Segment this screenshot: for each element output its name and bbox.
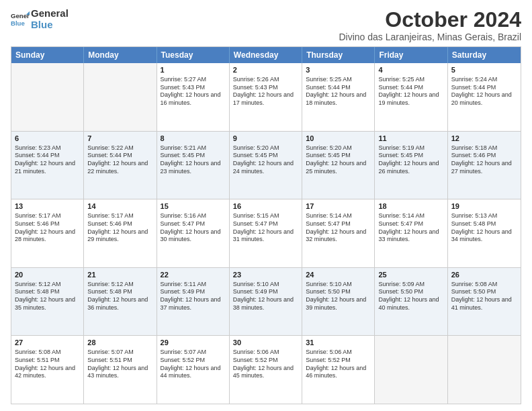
calendar-cell [11, 63, 84, 131]
month-title: October 2024 [339, 8, 521, 32]
day-number: 18 [378, 201, 443, 212]
calendar-week-1: 1Sunrise: 5:27 AM Sunset: 5:43 PM Daylig… [11, 63, 521, 131]
day-number: 9 [233, 134, 298, 144]
calendar-body: 1Sunrise: 5:27 AM Sunset: 5:43 PM Daylig… [11, 63, 521, 404]
day-info: Sunrise: 5:11 AM Sunset: 5:49 PM Dayligh… [161, 281, 226, 312]
day-number: 5 [451, 65, 517, 75]
calendar-cell: 10Sunrise: 5:20 AM Sunset: 5:45 PM Dayli… [302, 132, 375, 199]
calendar: SundayMondayTuesdayWednesdayThursdayFrid… [11, 46, 521, 404]
calendar-cell: 21Sunrise: 5:12 AM Sunset: 5:48 PM Dayli… [84, 268, 157, 336]
calendar-cell: 31Sunrise: 5:06 AM Sunset: 5:52 PM Dayli… [302, 336, 375, 404]
calendar-cell: 28Sunrise: 5:07 AM Sunset: 5:51 PM Dayli… [84, 336, 157, 404]
day-info: Sunrise: 5:17 AM Sunset: 5:46 PM Dayligh… [15, 212, 80, 244]
header-cell-wednesday: Wednesday [230, 47, 302, 63]
calendar-cell: 1Sunrise: 5:27 AM Sunset: 5:43 PM Daylig… [157, 63, 230, 131]
day-number: 21 [87, 270, 152, 280]
calendar-cell: 14Sunrise: 5:17 AM Sunset: 5:46 PM Dayli… [84, 199, 157, 267]
calendar-cell [375, 336, 447, 404]
header-cell-sunday: Sunday [11, 47, 84, 63]
calendar-cell: 24Sunrise: 5:10 AM Sunset: 5:50 PM Dayli… [302, 268, 375, 336]
day-number: 1 [161, 65, 226, 75]
day-number: 3 [306, 65, 371, 75]
day-info: Sunrise: 5:20 AM Sunset: 5:45 PM Dayligh… [306, 144, 371, 176]
day-number: 20 [15, 270, 80, 280]
calendar-cell: 30Sunrise: 5:06 AM Sunset: 5:52 PM Dayli… [230, 336, 302, 404]
day-number: 17 [306, 201, 371, 212]
logo-line2: Blue [31, 19, 69, 31]
day-info: Sunrise: 5:27 AM Sunset: 5:43 PM Dayligh… [161, 76, 226, 107]
day-number: 6 [15, 134, 80, 144]
day-info: Sunrise: 5:10 AM Sunset: 5:50 PM Dayligh… [306, 281, 371, 312]
calendar-cell: 7Sunrise: 5:22 AM Sunset: 5:44 PM Daylig… [84, 132, 157, 199]
calendar-cell: 13Sunrise: 5:17 AM Sunset: 5:46 PM Dayli… [11, 199, 84, 267]
header-cell-saturday: Saturday [448, 47, 521, 63]
calendar-cell: 9Sunrise: 5:20 AM Sunset: 5:45 PM Daylig… [230, 132, 302, 199]
header-cell-tuesday: Tuesday [157, 47, 230, 63]
calendar-cell: 19Sunrise: 5:13 AM Sunset: 5:48 PM Dayli… [448, 199, 521, 267]
calendar-cell: 16Sunrise: 5:15 AM Sunset: 5:47 PM Dayli… [230, 199, 302, 267]
calendar-cell: 15Sunrise: 5:16 AM Sunset: 5:47 PM Dayli… [157, 199, 230, 267]
day-info: Sunrise: 5:06 AM Sunset: 5:52 PM Dayligh… [306, 349, 371, 380]
calendar-cell: 22Sunrise: 5:11 AM Sunset: 5:49 PM Dayli… [157, 268, 230, 336]
day-info: Sunrise: 5:24 AM Sunset: 5:44 PM Dayligh… [451, 76, 517, 107]
header-cell-monday: Monday [84, 47, 157, 63]
day-info: Sunrise: 5:14 AM Sunset: 5:47 PM Dayligh… [378, 212, 443, 244]
day-number: 28 [87, 338, 152, 348]
calendar-cell: 29Sunrise: 5:07 AM Sunset: 5:52 PM Dayli… [157, 336, 230, 404]
calendar-cell: 12Sunrise: 5:18 AM Sunset: 5:46 PM Dayli… [448, 132, 521, 199]
calendar-cell: 23Sunrise: 5:10 AM Sunset: 5:49 PM Dayli… [230, 268, 302, 336]
day-info: Sunrise: 5:07 AM Sunset: 5:52 PM Dayligh… [161, 349, 226, 380]
calendar-week-3: 13Sunrise: 5:17 AM Sunset: 5:46 PM Dayli… [11, 199, 521, 267]
day-number: 26 [451, 270, 517, 280]
day-info: Sunrise: 5:16 AM Sunset: 5:47 PM Dayligh… [161, 212, 226, 244]
day-number: 25 [378, 270, 443, 280]
day-number: 16 [233, 201, 298, 212]
header: General Blue General Blue October 2024 D… [11, 8, 521, 42]
calendar-week-5: 27Sunrise: 5:08 AM Sunset: 5:51 PM Dayli… [11, 335, 521, 404]
day-number: 15 [161, 201, 226, 212]
day-info: Sunrise: 5:25 AM Sunset: 5:44 PM Dayligh… [306, 76, 371, 107]
calendar-week-4: 20Sunrise: 5:12 AM Sunset: 5:48 PM Dayli… [11, 267, 521, 336]
day-info: Sunrise: 5:19 AM Sunset: 5:45 PM Dayligh… [378, 144, 443, 176]
calendar-cell: 17Sunrise: 5:14 AM Sunset: 5:47 PM Dayli… [302, 199, 375, 267]
day-info: Sunrise: 5:23 AM Sunset: 5:44 PM Dayligh… [15, 144, 80, 176]
logo-line1: General [31, 8, 69, 19]
calendar-cell: 2Sunrise: 5:26 AM Sunset: 5:43 PM Daylig… [230, 63, 302, 131]
day-number: 29 [161, 338, 226, 348]
day-info: Sunrise: 5:17 AM Sunset: 5:46 PM Dayligh… [87, 212, 152, 244]
day-number: 7 [87, 134, 152, 144]
logo: General Blue General Blue [11, 8, 69, 30]
day-number: 22 [161, 270, 226, 280]
header-cell-thursday: Thursday [302, 47, 375, 63]
day-number: 12 [451, 134, 517, 144]
calendar-header: SundayMondayTuesdayWednesdayThursdayFrid… [11, 47, 521, 63]
day-number: 2 [233, 65, 298, 75]
calendar-cell: 3Sunrise: 5:25 AM Sunset: 5:44 PM Daylig… [302, 63, 375, 131]
day-number: 4 [378, 65, 443, 75]
day-info: Sunrise: 5:07 AM Sunset: 5:51 PM Dayligh… [87, 349, 152, 380]
page: General Blue General Blue October 2024 D… [0, 0, 532, 411]
day-info: Sunrise: 5:12 AM Sunset: 5:48 PM Dayligh… [87, 281, 152, 312]
calendar-cell: 26Sunrise: 5:08 AM Sunset: 5:50 PM Dayli… [448, 268, 521, 336]
day-info: Sunrise: 5:08 AM Sunset: 5:51 PM Dayligh… [15, 349, 80, 380]
day-info: Sunrise: 5:20 AM Sunset: 5:45 PM Dayligh… [233, 144, 298, 176]
day-info: Sunrise: 5:06 AM Sunset: 5:52 PM Dayligh… [233, 349, 298, 380]
day-info: Sunrise: 5:14 AM Sunset: 5:47 PM Dayligh… [306, 212, 371, 244]
day-number: 11 [378, 134, 443, 144]
day-number: 24 [306, 270, 371, 280]
calendar-cell: 25Sunrise: 5:09 AM Sunset: 5:50 PM Dayli… [375, 268, 447, 336]
svg-text:General: General [11, 12, 30, 19]
day-info: Sunrise: 5:22 AM Sunset: 5:44 PM Dayligh… [87, 144, 152, 176]
svg-text:Blue: Blue [11, 19, 25, 26]
calendar-cell: 5Sunrise: 5:24 AM Sunset: 5:44 PM Daylig… [448, 63, 521, 131]
day-number: 31 [306, 338, 371, 348]
calendar-cell: 18Sunrise: 5:14 AM Sunset: 5:47 PM Dayli… [375, 199, 447, 267]
day-info: Sunrise: 5:26 AM Sunset: 5:43 PM Dayligh… [233, 76, 298, 107]
day-info: Sunrise: 5:13 AM Sunset: 5:48 PM Dayligh… [451, 212, 517, 244]
calendar-cell: 4Sunrise: 5:25 AM Sunset: 5:44 PM Daylig… [375, 63, 447, 131]
day-info: Sunrise: 5:12 AM Sunset: 5:48 PM Dayligh… [15, 281, 80, 312]
day-info: Sunrise: 5:15 AM Sunset: 5:47 PM Dayligh… [233, 212, 298, 244]
day-number: 10 [306, 134, 371, 144]
location-subtitle: Divino das Laranjeiras, Minas Gerais, Br… [339, 32, 521, 42]
day-number: 30 [233, 338, 298, 348]
